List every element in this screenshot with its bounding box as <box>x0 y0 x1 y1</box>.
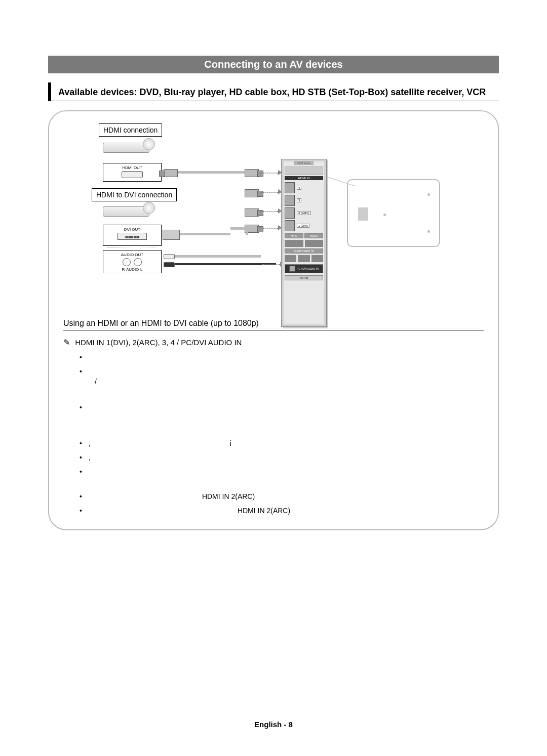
av-in-label: AV IN <box>285 233 303 238</box>
hdmi-port-3-label: 3 <box>297 198 301 202</box>
page-title: Connecting to an AV devices <box>204 59 342 70</box>
cable-bend-icon <box>230 227 248 235</box>
ant-in-label: ANT IN <box>285 275 323 280</box>
dashed-arrow-1 <box>260 173 278 174</box>
diagram-container: HDMI connection HDMI OUT HDMI to DVI con… <box>48 110 499 530</box>
hdmi-in-note-line: ✎ HDMI IN 1(DVI), 2(ARC), 3, 4 / PC/DVI … <box>63 338 484 347</box>
bullet-item: pad HDMI IN 2(ARC) <box>89 506 484 517</box>
pc-dvi-audio-in-label: PC / DVI AUDIO IN <box>297 267 319 270</box>
dvi-out-label: DVI OUT <box>104 227 160 232</box>
audio-out-box: AUDIO OUT R-AUDIO-L <box>103 250 162 273</box>
hdmi-connection-label: HDMI connection <box>99 123 162 137</box>
hdmi-in-2-arc-text-1: HDMI IN 2(ARC) <box>202 492 255 500</box>
dotted-divider <box>107 247 155 247</box>
page-footer: English - 8 <box>0 720 547 729</box>
dashed-arrow-3 <box>260 211 278 212</box>
dashed-arrow-5 <box>262 264 280 265</box>
note-icon: ✎ <box>63 338 70 347</box>
visible-comma-2: , <box>89 452 96 464</box>
audio-minijack-white-icon <box>164 254 175 259</box>
bullet-item: , i <box>89 438 484 449</box>
hdmi-in-label: HDMI IN <box>285 176 323 180</box>
hdmi-port-1-row: 1 (DVI) <box>285 221 323 231</box>
pc-dvi-audio-in-row: PC / DVI AUDIO IN <box>285 264 323 273</box>
available-devices-block: Available devices: DVD, Blu-ray player, … <box>48 82 499 101</box>
player-icon-2 <box>103 204 149 219</box>
dvi-slot-icon: ◦▦▦▦▦▦◦ <box>118 233 147 240</box>
hdmi-port-4-row: 4 <box>285 183 323 193</box>
hdmi-port-icon <box>285 220 295 231</box>
hdmi-slot-icon <box>122 171 143 178</box>
hdmi-plug-icon <box>164 169 178 177</box>
hdmi-port-icon <box>285 195 295 206</box>
dvi-plug-icon <box>163 230 180 240</box>
component-in-label: COMPONENT IN <box>285 248 323 254</box>
audio-jack-icon <box>289 266 295 272</box>
page-number: English - 8 <box>254 720 293 729</box>
hdmi-in-2-arc-text-2: HDMI IN 2(ARC) <box>238 507 290 515</box>
dashed-arrow-4 <box>260 228 278 229</box>
visible-comma: , <box>89 438 96 449</box>
audio-cable-b-icon <box>175 263 276 265</box>
using-hdmi-header: Using an HDMI or an HDMI to DVI cable (u… <box>63 319 484 330</box>
hdmi-port-4-label: 4 <box>297 186 301 190</box>
bullet-list: , i , padding line pad HDMI IN 2(ARC) pa… <box>89 352 484 516</box>
page-title-bar: Connecting to an AV devices <box>48 56 499 73</box>
player-icon <box>103 141 149 155</box>
audio-cable-w-icon <box>175 255 261 258</box>
hdmi-to-dvi-connection-label: HDMI to DVI connection <box>92 188 177 201</box>
notes-section: Using an HDMI or an HDMI to DVI cable (u… <box>63 319 484 519</box>
hdmi-plug-tv-3-icon <box>245 208 259 217</box>
hdmi-plug-tv-1-icon <box>245 169 259 177</box>
hdmi-port-2-label: 2 (ARC) <box>297 211 311 215</box>
bullet-item <box>89 467 484 488</box>
tv-back-panel: OPTICAL HDMI IN 4 3 2 (ARC) 1 (DVI) <box>281 159 327 327</box>
av-component-block: AV IN VIDEO COMPONENT IN <box>285 233 323 262</box>
dvi-out-box: DVI OUT ◦▦▦▦▦▦◦ <box>103 225 162 246</box>
hdmi-port-icon <box>285 207 295 219</box>
dvi-cable-icon <box>180 233 230 235</box>
tv-outline-icon <box>347 179 440 247</box>
hdmi-cable-icon <box>178 171 245 174</box>
hdmi-plug-tv-2-icon <box>245 189 259 197</box>
audio-out-label: AUDIO OUT <box>104 253 160 257</box>
rca-pair-icon <box>104 258 160 266</box>
connection-diagram: HDMI connection HDMI OUT HDMI to DVI con… <box>63 123 484 326</box>
hdmi-out-box: HDMI OUT <box>103 163 162 182</box>
hdmi-out-label: HDMI OUT <box>104 165 160 170</box>
bullet-item: pad HDMI IN 2(ARC) <box>89 491 484 502</box>
r-audio-l-label: R-AUDIO-L <box>104 267 160 272</box>
bullet-item: , padding line <box>89 452 484 464</box>
visible-i: i <box>98 438 231 449</box>
optical-port-icon <box>285 166 323 175</box>
video-label: VIDEO <box>304 233 323 238</box>
manual-page: Connecting to an AV devices Available de… <box>0 0 547 756</box>
hdmi-port-2-row: 2 (ARC) <box>285 208 323 218</box>
hdmi-port-3-row: 3 <box>285 195 323 205</box>
bullet-item <box>89 402 484 435</box>
optical-label: OPTICAL <box>294 161 314 165</box>
bullet-item <box>89 366 484 399</box>
dashed-arrow-2 <box>260 192 278 193</box>
hdmi-port-1-label: 1 (DVI) <box>297 224 309 228</box>
available-devices-text: Available devices: DVD, Blu-ray player, … <box>58 87 486 97</box>
audio-minijack-black-icon <box>164 262 175 267</box>
bullet-item <box>89 352 484 363</box>
hdmi-in-note-text: HDMI IN 1(DVI), 2(ARC), 3, 4 / PC/DVI AU… <box>75 338 242 347</box>
hdmi-port-icon <box>285 182 295 193</box>
